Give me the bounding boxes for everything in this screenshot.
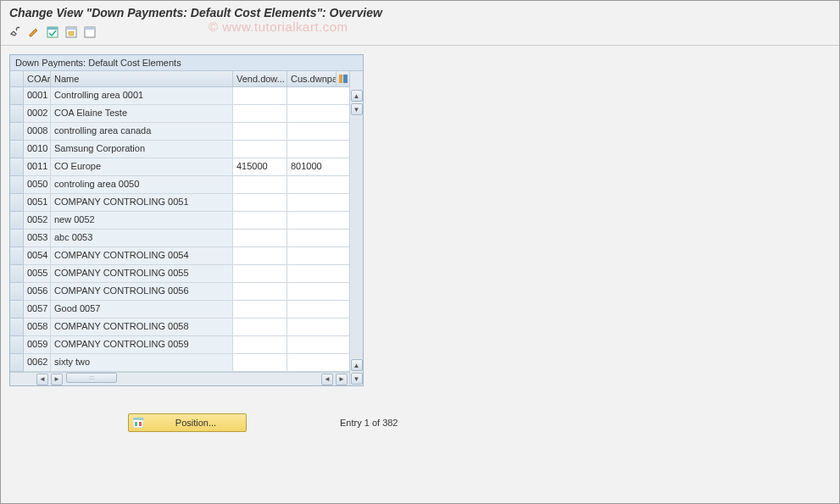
cell-vendor-downpay[interactable]: [233, 318, 287, 336]
cell-customer-downpay[interactable]: [287, 265, 349, 283]
table-row[interactable]: 0010Samsung Corporation: [10, 141, 349, 158]
row-selector[interactable]: [10, 265, 24, 283]
cell-vendor-downpay[interactable]: [233, 336, 287, 354]
cell-coar: 0010: [24, 141, 51, 158]
deselect-all-button[interactable]: [82, 25, 97, 40]
table-row[interactable]: 0062sixty two: [10, 354, 349, 372]
edit-button[interactable]: [26, 25, 42, 40]
column-name[interactable]: Name: [51, 71, 233, 86]
cell-customer-downpay[interactable]: [287, 105, 349, 123]
footer: Position... Entry 1 of 382: [9, 413, 831, 432]
cell-customer-downpay[interactable]: [287, 194, 349, 212]
cell-customer-downpay[interactable]: 801000: [287, 158, 349, 176]
row-selector[interactable]: [10, 212, 24, 230]
table-row[interactable]: 0001Controlling area 0001: [10, 87, 349, 105]
cell-vendor-downpay[interactable]: [233, 212, 287, 230]
cell-customer-downpay[interactable]: [287, 212, 349, 230]
scroll-thumb[interactable]: :::: [66, 373, 117, 383]
table-row[interactable]: 0059COMPANY CONTROLING 0059: [10, 336, 349, 354]
vertical-scrollbar[interactable]: ▲ ▼ ▲ ▼: [349, 71, 363, 385]
cell-customer-downpay[interactable]: [287, 176, 349, 194]
scroll-left-end-button[interactable]: ◄: [321, 374, 333, 385]
save-button[interactable]: [64, 25, 79, 40]
row-selector[interactable]: [10, 301, 24, 318]
row-selector[interactable]: [10, 354, 24, 372]
row-selector[interactable]: [10, 158, 24, 176]
row-selector[interactable]: [10, 318, 24, 336]
cell-customer-downpay[interactable]: [287, 318, 349, 336]
row-selector[interactable]: [10, 141, 24, 158]
scroll-left-button[interactable]: ◄: [36, 374, 48, 385]
cell-customer-downpay[interactable]: [287, 123, 349, 141]
cell-vendor-downpay[interactable]: [233, 105, 287, 123]
cell-vendor-downpay[interactable]: 415000: [233, 158, 287, 176]
cell-coar: 0059: [24, 336, 51, 354]
cell-vendor-downpay[interactable]: [233, 354, 287, 372]
position-button[interactable]: Position...: [128, 413, 247, 432]
row-selector[interactable]: [10, 105, 24, 123]
cell-coar: 0054: [24, 247, 51, 265]
column-selector[interactable]: [10, 71, 24, 86]
cell-customer-downpay[interactable]: [287, 141, 349, 158]
cell-name: controling area 0050: [51, 176, 233, 194]
scroll-page-up-button[interactable]: ▼: [351, 103, 363, 115]
column-vendor-downpay[interactable]: Vend.dow...: [233, 71, 287, 86]
table-title: Down Payments: Default Cost Elements: [10, 55, 363, 71]
cell-customer-downpay[interactable]: [287, 301, 349, 318]
table-row[interactable]: 0008controlling area canada: [10, 123, 349, 141]
row-selector[interactable]: [10, 123, 24, 141]
table-row[interactable]: 0002COA Elaine Teste: [10, 105, 349, 123]
row-selector[interactable]: [10, 247, 24, 265]
cell-vendor-downpay[interactable]: [233, 141, 287, 158]
cell-name: COMPANY CONTROLING 0051: [51, 194, 233, 212]
cell-name: COMPANY CONTROLING 0054: [51, 247, 233, 265]
column-customer-downpay[interactable]: Cus.dwnpay: [287, 71, 336, 86]
cell-coar: 0062: [24, 354, 51, 372]
table-row[interactable]: 0011CO Europe415000801000: [10, 158, 349, 176]
cell-vendor-downpay[interactable]: [233, 301, 287, 318]
row-selector[interactable]: [10, 336, 24, 354]
scroll-right-end-button[interactable]: ►: [336, 374, 348, 385]
column-coar[interactable]: COAr: [24, 71, 51, 86]
table-row[interactable]: 0050controling area 0050: [10, 176, 349, 194]
row-selector[interactable]: [10, 230, 24, 247]
cell-vendor-downpay[interactable]: [233, 265, 287, 283]
cell-customer-downpay[interactable]: [287, 230, 349, 247]
scroll-right-button[interactable]: ►: [51, 374, 63, 385]
select-all-button[interactable]: [45, 25, 60, 40]
cell-vendor-downpay[interactable]: [233, 247, 287, 265]
row-selector[interactable]: [10, 283, 24, 301]
table-row[interactable]: 0055COMPANY CONTROLING 0055: [10, 265, 349, 283]
cell-customer-downpay[interactable]: [287, 336, 349, 354]
scroll-up-button[interactable]: ▲: [351, 90, 363, 102]
row-selector[interactable]: [10, 87, 24, 105]
content-area: Down Payments: Default Cost Elements COA…: [1, 46, 839, 440]
table-row[interactable]: 0058COMPANY CONTROLING 0058: [10, 318, 349, 336]
table-row[interactable]: 0054COMPANY CONTROLING 0054: [10, 247, 349, 265]
horizontal-scrollbar[interactable]: ◄ ► ::: ◄ ►: [10, 372, 349, 385]
cell-coar: 0001: [24, 87, 51, 105]
table-row[interactable]: 0056COMPANY CONTROLING 0056: [10, 283, 349, 301]
table-config-button[interactable]: [336, 71, 349, 86]
scroll-down-button[interactable]: ▼: [351, 373, 363, 385]
cell-customer-downpay[interactable]: [287, 247, 349, 265]
cell-customer-downpay[interactable]: [287, 354, 349, 372]
cell-name: Samsung Corporation: [51, 141, 233, 158]
table-row[interactable]: 0057Good 0057: [10, 301, 349, 318]
cell-vendor-downpay[interactable]: [233, 123, 287, 141]
row-selector[interactable]: [10, 176, 24, 194]
cell-vendor-downpay[interactable]: [233, 230, 287, 247]
table-row[interactable]: 0053abc 0053: [10, 230, 349, 247]
scroll-page-down-button[interactable]: ▲: [351, 359, 363, 371]
toggle-display-change-button[interactable]: [8, 25, 23, 40]
table-row[interactable]: 0052new 0052: [10, 212, 349, 230]
row-selector[interactable]: [10, 194, 24, 212]
table-row[interactable]: 0051COMPANY CONTROLING 0051: [10, 194, 349, 212]
cell-vendor-downpay[interactable]: [233, 87, 287, 105]
cell-customer-downpay[interactable]: [287, 87, 349, 105]
cell-vendor-downpay[interactable]: [233, 194, 287, 212]
cell-vendor-downpay[interactable]: [233, 283, 287, 301]
scroll-track[interactable]: [351, 116, 363, 358]
cell-customer-downpay[interactable]: [287, 283, 349, 301]
cell-vendor-downpay[interactable]: [233, 176, 287, 194]
